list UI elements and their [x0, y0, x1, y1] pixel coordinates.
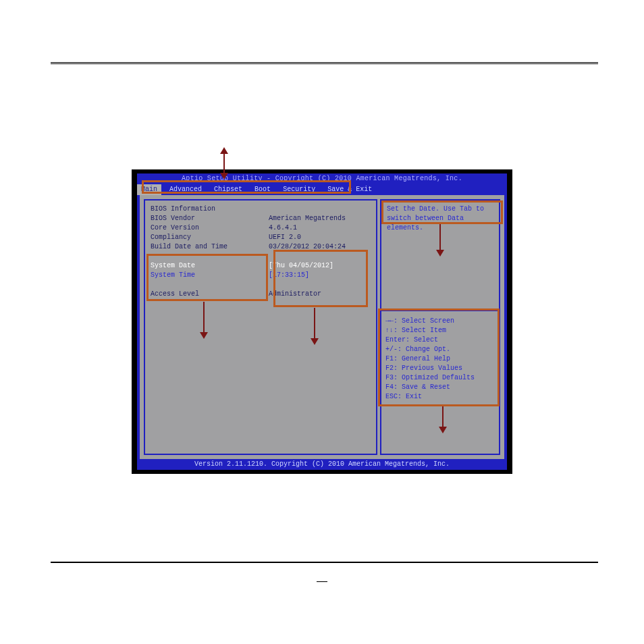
label: Build Date and Time	[151, 242, 269, 252]
bios-menu-bar: Main Advanced Chipset Boot Security Save…	[137, 184, 507, 195]
key-help-line: +/-: Change Opt.	[385, 345, 495, 354]
value: American Megatrends	[269, 214, 371, 223]
value: 03/28/2012 20:04:24	[269, 242, 371, 252]
row-build-date: Build Date and Time 03/28/2012 20:04:24	[151, 242, 371, 252]
tab-security[interactable]: Security	[279, 184, 319, 195]
row-compliancy: Compliancy UEFI 2.0	[151, 233, 371, 242]
row-core-version: Core Version 4.6.4.1	[151, 223, 371, 233]
row-bios-vendor: BIOS Vendor American Megatrends	[151, 214, 371, 223]
page-number-dash: —	[0, 575, 644, 587]
label: Compliancy	[151, 233, 269, 242]
value: 4.6.4.1	[269, 223, 371, 233]
bios-footer: Version 2.11.1210. Copyright (C) 2010 Am…	[137, 459, 507, 470]
key-help-line: →←: Select Screen	[385, 317, 495, 326]
bios-title-bar: Aptio Setup Utility - Copyright (C) 2010…	[137, 173, 507, 184]
bios-body: BIOS Information BIOS Vendor American Me…	[137, 195, 507, 459]
label: BIOS Vendor	[151, 214, 269, 223]
value: Administrator	[269, 290, 371, 299]
tab-main[interactable]: Main	[137, 184, 161, 195]
page-bottom-rule	[51, 562, 598, 563]
value: UEFI 2.0	[269, 233, 371, 242]
tab-chipset[interactable]: Chipset	[210, 184, 246, 195]
key-help-line: ESC: Exit	[385, 392, 495, 402]
bios-screenshot: Aptio Setup Utility - Copyright (C) 2010…	[132, 169, 512, 474]
label: System Time	[151, 271, 269, 280]
tab-advanced[interactable]: Advanced	[165, 184, 206, 195]
section-title: BIOS Information	[151, 205, 371, 214]
key-help-line: F4: Save & Reset	[385, 383, 495, 392]
row-access-level: Access Level Administrator	[151, 290, 371, 299]
key-help-line: F2: Previous Values	[385, 364, 495, 373]
row-system-time[interactable]: System Time [17:33:15]	[151, 271, 371, 280]
tab-save-exit[interactable]: Save & Exit	[323, 184, 376, 195]
bios-left-panel: BIOS Information BIOS Vendor American Me…	[144, 199, 377, 455]
label: Access Level	[151, 290, 269, 299]
row-system-date[interactable]: System Date [Thu 04/05/2012]	[151, 261, 371, 271]
bios-right-panel: Set the Date. Use Tab to switch between …	[380, 199, 500, 455]
right-panel-divider	[380, 310, 500, 311]
key-help: →←: Select Screen ↑↓: Select Item Enter:…	[385, 317, 495, 402]
key-help-line: Enter: Select	[385, 336, 495, 345]
help-text-line2: switch between Data elements.	[387, 214, 493, 233]
key-help-line: ↑↓: Select Item	[385, 326, 495, 336]
label: Core Version	[151, 223, 269, 233]
label: System Date	[151, 261, 269, 271]
help-text-line1: Set the Date. Use Tab to	[387, 205, 493, 214]
key-help-line: F1: General Help	[385, 354, 495, 364]
tab-boot[interactable]: Boot	[250, 184, 275, 195]
value[interactable]: [Thu 04/05/2012]	[269, 261, 371, 271]
value[interactable]: [17:33:15]	[269, 271, 371, 280]
page-top-rule	[51, 62, 598, 64]
key-help-line: F3: Optimized Defaults	[385, 373, 495, 383]
